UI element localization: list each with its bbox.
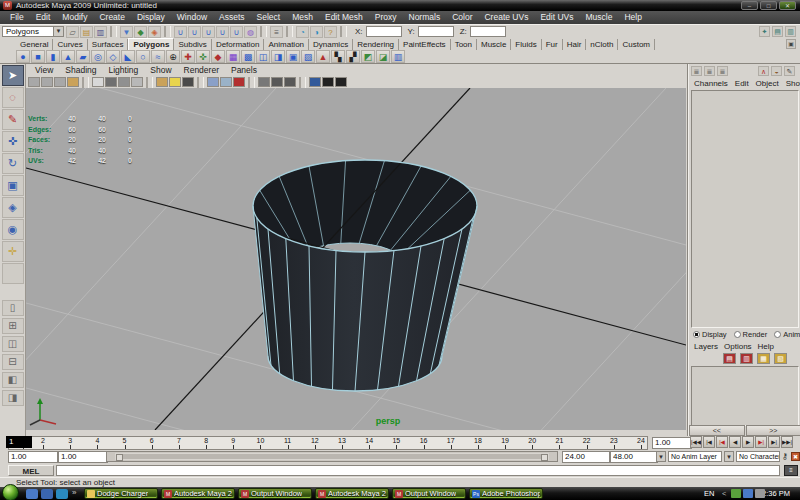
playback-end-field[interactable] <box>562 451 610 463</box>
frame-number[interactable]: 5 <box>123 437 127 444</box>
create-layer-from-selected-icon[interactable]: ▧ <box>774 353 787 364</box>
frame-number[interactable]: 17 <box>447 437 455 444</box>
chevron-down-icon[interactable]: ▼ <box>53 27 63 36</box>
move-tool[interactable]: ✜ <box>2 131 24 152</box>
rotate-tool[interactable]: ↻ <box>2 153 24 174</box>
playback-speed-field[interactable] <box>652 437 692 449</box>
shelf-quadrangulate-icon[interactable]: ◪ <box>376 50 390 63</box>
status-grip[interactable] <box>110 26 117 37</box>
maximize-button[interactable]: □ <box>760 1 777 10</box>
minimize-button[interactable]: – <box>741 1 758 10</box>
ipr-render-icon[interactable]: ◑ <box>310 26 323 38</box>
paint-select-tool[interactable]: ✎ <box>2 109 24 130</box>
title-bar[interactable]: M Autodesk Maya 2009 Unlimited: untitled… <box>0 0 800 11</box>
shelf-poly-cylinder-icon[interactable]: ▮ <box>46 50 60 63</box>
anim-layer-select[interactable]: No Anim Layer <box>668 451 722 462</box>
volume-icon[interactable] <box>755 489 765 498</box>
play-backwards-button[interactable]: ◀ <box>729 436 741 448</box>
menu-create-uvs[interactable]: Create UVs <box>478 11 534 24</box>
show-desktop-icon[interactable] <box>26 489 38 499</box>
smooth-shade-all-icon[interactable] <box>105 77 117 87</box>
play-forwards-button[interactable]: ▶ <box>742 436 754 448</box>
shelf-tab-painteffects[interactable]: PaintEffects <box>399 39 451 50</box>
menu-muscle[interactable]: Muscle <box>579 11 618 24</box>
taskbar-button-autodesk-maya-200[interactable]: MAutodesk Maya 200... <box>161 488 235 499</box>
new-scene-icon[interactable]: ▱ <box>66 26 79 38</box>
layout-outliner-persp-button[interactable]: ◧ <box>2 372 24 388</box>
network-icon[interactable] <box>743 489 753 498</box>
shelf-tab-toon[interactable]: Toon <box>451 39 477 50</box>
wireframe-on-shaded-icon[interactable] <box>233 77 245 87</box>
snap-point-icon[interactable]: ∪ <box>202 26 215 38</box>
shelf-tab-custom[interactable]: Custom <box>618 39 655 50</box>
frame-number[interactable]: 2 <box>41 437 45 444</box>
panel-toolbar-grip[interactable] <box>248 77 255 88</box>
select-component-icon[interactable]: ◈ <box>148 26 161 38</box>
select-hierarchy-icon[interactable]: ▼ <box>120 26 133 38</box>
select-camera-icon[interactable] <box>28 77 40 87</box>
panel-menu-renderer[interactable]: Renderer <box>179 64 224 76</box>
radio-dot[interactable] <box>774 331 781 338</box>
panel-menu-view[interactable]: View <box>30 64 58 76</box>
frame-number[interactable]: 11 <box>284 437 291 444</box>
taskbar-button-output-window[interactable]: MOutput Window <box>238 488 312 499</box>
shelf-triangulate-icon[interactable]: ◩ <box>361 50 375 63</box>
channel-menu-channels[interactable]: Channels <box>691 78 731 89</box>
frame-number[interactable]: 15 <box>392 437 400 444</box>
select-tool[interactable]: ➤ <box>2 65 24 86</box>
shelf-poly-torus-icon[interactable]: ◎ <box>91 50 105 63</box>
quick-launch-overflow-chevron[interactable]: » <box>72 488 76 497</box>
layer-menu-options[interactable]: Options <box>721 341 755 352</box>
shelf-clipboard-attributes-icon[interactable]: ▨ <box>301 50 315 63</box>
layer-edit-2-icon[interactable]: ▥ <box>740 353 753 364</box>
shift-right-button[interactable]: >> <box>746 425 800 436</box>
frame-number[interactable]: 6 <box>150 437 154 444</box>
shelf-tab-surfaces[interactable]: Surfaces <box>88 39 129 50</box>
layout-single-pane-button[interactable]: ▯ <box>2 300 24 316</box>
close-button[interactable]: ✕ <box>779 1 796 10</box>
frame-number[interactable]: 9 <box>231 437 235 444</box>
construction-history-icon[interactable]: ≡ <box>270 26 283 38</box>
radio-display[interactable]: Display <box>693 330 727 339</box>
layer-menu-layers[interactable]: Layers <box>691 341 721 352</box>
command-line-language-button[interactable]: MEL <box>8 465 54 476</box>
isolate-select-icon[interactable] <box>207 77 219 87</box>
textured-icon[interactable] <box>156 77 168 87</box>
range-slider-groove[interactable] <box>106 451 558 462</box>
menu-edit-uvs[interactable]: Edit UVs <box>534 11 579 24</box>
step-forward-key-button[interactable]: ▶| <box>755 436 767 448</box>
shift-left-button[interactable]: << <box>689 425 745 436</box>
layout-hypershade-persp-button[interactable]: ◨ <box>2 390 24 406</box>
panel-toolbar-grip[interactable] <box>197 77 204 88</box>
coord-y-input[interactable] <box>418 26 454 37</box>
snap-curve-icon[interactable]: ∪ <box>188 26 201 38</box>
resolution-gate-icon[interactable] <box>284 77 296 87</box>
universal-manipulator-tool[interactable]: ◈ <box>2 197 24 218</box>
grid-toggle-icon[interactable] <box>258 77 270 87</box>
menu-window[interactable]: Window <box>171 11 213 24</box>
layer-menu-help[interactable]: Help <box>755 341 777 352</box>
shelf-tab-general[interactable]: General <box>16 39 53 50</box>
command-line-input[interactable] <box>56 465 780 476</box>
show-manipulator-tool[interactable]: ✛ <box>2 241 24 262</box>
viewport-canvas[interactable]: Verts:40400Edges:60600Faces:20200Tris:40… <box>26 88 686 430</box>
select-object-icon[interactable]: ◆ <box>134 26 147 38</box>
render-settings-icon[interactable]: ? <box>324 26 337 38</box>
show-manipulator-display-icon[interactable]: ✦ <box>759 26 770 37</box>
frame-number[interactable]: 3 <box>68 437 72 444</box>
step-back-key-button[interactable]: |◀ <box>716 436 728 448</box>
menu-set-dropdown[interactable]: Polygons ▼ <box>2 26 64 37</box>
menu-mesh[interactable]: Mesh <box>286 11 319 24</box>
anim-end-field[interactable] <box>610 451 658 463</box>
layout-two-panes-stacked-button[interactable]: ⊟ <box>2 354 24 370</box>
shadows-icon[interactable] <box>182 77 194 87</box>
frame-number[interactable]: 12 <box>311 437 319 444</box>
current-frame-indicator[interactable]: 1 <box>6 436 32 448</box>
radio-dot[interactable] <box>734 331 741 338</box>
panel-menu-shading[interactable]: Shading <box>60 64 101 76</box>
layout-four-panes-button[interactable]: ⊞ <box>2 318 24 334</box>
panel-menu-panels[interactable]: Panels <box>226 64 262 76</box>
channel-speed-fast[interactable]: ≣ <box>717 66 728 76</box>
shelf-tab-deformation[interactable]: Deformation <box>212 39 265 50</box>
wireframe-icon[interactable] <box>92 77 104 87</box>
